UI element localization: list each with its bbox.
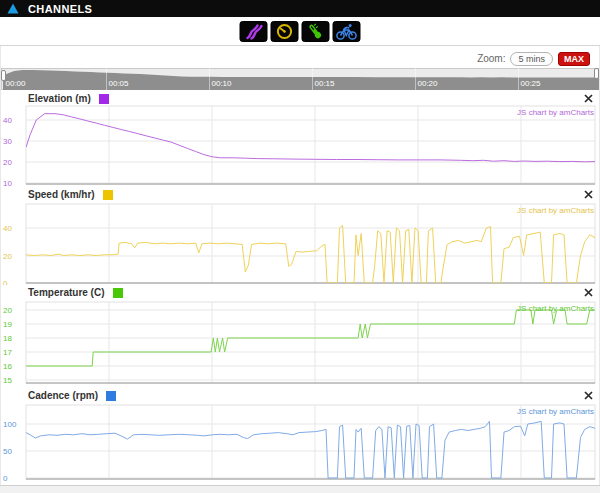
svg-text:20: 20 xyxy=(3,252,12,261)
panel-header[interactable]: CHANNELS xyxy=(0,0,600,17)
chart-title-row: Speed (km/hr) xyxy=(28,189,113,200)
left-border xyxy=(0,46,1,486)
amcharts-credit-link[interactable]: JS chart by amCharts xyxy=(517,108,594,117)
channel-color-swatch xyxy=(113,288,123,298)
svg-text:16: 16 xyxy=(3,362,12,371)
channel-color-swatch xyxy=(99,94,109,104)
channel-toolbar xyxy=(0,17,600,46)
close-icon[interactable] xyxy=(582,92,594,104)
temperature-chart[interactable]: 201918171615 xyxy=(0,285,600,388)
elevation-chart-panel: 40302010 Elevation (m) JS chart by amCha… xyxy=(0,91,600,187)
chart-title-row: Elevation (m) xyxy=(28,93,109,104)
svg-text:30: 30 xyxy=(3,137,12,146)
svg-text:40: 40 xyxy=(3,116,12,125)
chart-title: Elevation (m) xyxy=(28,93,91,104)
speed-chart[interactable]: 40200 xyxy=(0,187,600,285)
chart-title-row: Cadence (rpm) xyxy=(28,390,116,401)
panel-title: CHANNELS xyxy=(28,3,92,15)
speed-channel-button[interactable] xyxy=(271,21,299,42)
speed-chart-panel: 40200 Speed (km/hr) JS chart by amCharts xyxy=(0,187,600,285)
zoom-max-button[interactable]: MAX xyxy=(558,52,590,66)
svg-text:0: 0 xyxy=(3,474,8,483)
temperature-channel-button[interactable] xyxy=(302,21,330,42)
chart-title: Temperature (C) xyxy=(28,287,105,298)
chart-title: Speed (km/hr) xyxy=(28,189,95,200)
zoom-controls: Zoom: 5 mins MAX xyxy=(477,51,590,66)
elevation-chart[interactable]: 40302010 xyxy=(0,91,600,187)
close-icon[interactable] xyxy=(582,389,594,401)
svg-text:19: 19 xyxy=(3,320,12,329)
cyclist-icon xyxy=(336,23,358,40)
cadence-chart[interactable]: 100500 xyxy=(0,388,600,485)
elevation-channel-button[interactable] xyxy=(240,21,268,42)
channel-color-swatch xyxy=(103,190,113,200)
temperature-chart-panel: 201918171615 Temperature (C) JS chart by… xyxy=(0,285,600,388)
svg-text:50: 50 xyxy=(3,447,12,456)
chart-title: Cadence (rpm) xyxy=(28,390,98,401)
svg-text:100: 100 xyxy=(3,420,17,429)
waves-icon xyxy=(244,23,264,40)
amcharts-credit-link[interactable]: JS chart by amCharts xyxy=(517,407,594,416)
bottom-strip xyxy=(0,485,600,493)
zoom-label: Zoom: xyxy=(477,53,505,64)
svg-text:10: 10 xyxy=(3,179,12,187)
svg-text:40: 40 xyxy=(3,224,12,233)
channel-color-swatch xyxy=(106,391,116,401)
svg-text:20: 20 xyxy=(3,306,12,315)
zoom-preset-button[interactable]: 5 mins xyxy=(510,52,553,66)
svg-text:15: 15 xyxy=(3,376,12,385)
timeline-scrubber[interactable]: 00:0000:0500:1000:1500:2000:25 xyxy=(1,68,599,90)
close-icon[interactable] xyxy=(582,188,594,200)
thermometer-icon xyxy=(306,23,326,40)
collapse-triangle-icon[interactable] xyxy=(7,3,19,14)
scrubber-left-handle[interactable] xyxy=(1,70,6,81)
chart-title-row: Temperature (C) xyxy=(28,287,123,298)
cadence-chart-panel: 100500 Cadence (rpm) JS chart by amChart… xyxy=(0,388,600,485)
speedometer-icon xyxy=(275,23,295,40)
amcharts-credit-link[interactable]: JS chart by amCharts xyxy=(517,304,594,313)
close-icon[interactable] xyxy=(582,286,594,298)
svg-text:17: 17 xyxy=(3,348,12,357)
channels-panel: CHANNELS xyxy=(0,0,600,493)
elevation-overview-area[interactable] xyxy=(1,68,599,90)
cadence-channel-button[interactable] xyxy=(333,21,361,42)
svg-text:18: 18 xyxy=(3,334,12,343)
svg-text:20: 20 xyxy=(3,158,12,167)
amcharts-credit-link[interactable]: JS chart by amCharts xyxy=(517,206,594,215)
